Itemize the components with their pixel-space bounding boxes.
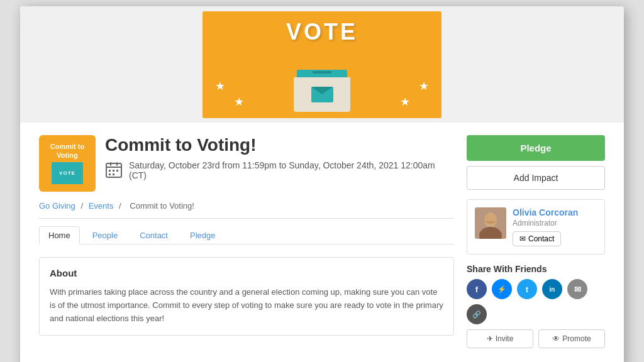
envelope-icon: ✉ [519, 234, 526, 243]
tabs: Home People Contact Pledge [39, 226, 454, 244]
svg-rect-7 [109, 173, 111, 175]
share-facebook-button[interactable]: f [467, 279, 487, 299]
avatar-image [475, 207, 506, 239]
invite-label: Invite [496, 334, 514, 343]
svg-rect-3 [116, 162, 118, 166]
organizer-role: Administrator [513, 219, 597, 228]
hero-image: VOTE ★ ★ ★ ★ [203, 11, 441, 118]
svg-rect-1 [106, 167, 121, 168]
thumbnail-title: Commit to Voting [44, 143, 91, 159]
sidebar: Pledge Add Impact O [467, 135, 605, 358]
organizer-card: Olivia Corcoran Administrator ✉ Contact [467, 199, 605, 255]
share-title: Share With Friends [467, 264, 605, 274]
svg-rect-8 [113, 173, 114, 175]
share-section: Share With Friends f ⚡ t in ✉ 🔗 ✈ Invite… [467, 264, 605, 348]
event-datetime: Saturday, October 23rd from 11:59pm to S… [105, 160, 454, 180]
event-title: Commit to Voting! [105, 135, 454, 155]
event-header: Commit to Voting VOTE Commit to Voting! [39, 135, 454, 192]
star-3: ★ [419, 79, 429, 93]
event-thumbnail: Commit to Voting VOTE [39, 135, 96, 192]
main-content: Commit to Voting VOTE Commit to Voting! [39, 135, 454, 358]
content-area: Commit to Voting VOTE Commit to Voting! [20, 123, 624, 362]
share-linkedin-button[interactable]: in [542, 279, 562, 299]
tab-home[interactable]: Home [39, 226, 80, 244]
breadcrumb-events[interactable]: Events [89, 201, 114, 211]
event-datetime-text: Saturday, October 23rd from 11:59pm to S… [129, 160, 454, 180]
share-link-button[interactable]: 🔗 [467, 304, 487, 324]
svg-rect-6 [116, 170, 118, 172]
ballot-slot [297, 70, 347, 77]
breadcrumb-go-giving[interactable]: Go Giving [39, 201, 75, 211]
thumbnail-mini-text: VOTE [59, 170, 75, 176]
svg-rect-2 [110, 162, 111, 166]
organizer-avatar [475, 207, 506, 239]
share-email-button[interactable]: ✉ [567, 279, 587, 299]
organizer-name: Olivia Corcoran [513, 207, 597, 217]
tab-contact[interactable]: Contact [130, 226, 177, 244]
add-impact-button[interactable]: Add Impact [467, 166, 605, 190]
contact-button[interactable]: ✉ Contact [513, 231, 561, 246]
thumbnail-mini: VOTE [52, 162, 83, 184]
hero-banner: VOTE ★ ★ ★ ★ [20, 6, 624, 123]
page-wrapper: VOTE ★ ★ ★ ★ Commit to Voting [20, 6, 624, 362]
breadcrumb: Go Giving / Events / Commit to Voting! [39, 201, 454, 219]
pledge-button[interactable]: Pledge [467, 135, 605, 161]
star-4: ★ [400, 95, 410, 109]
breadcrumb-current: Commit to Voting! [130, 201, 194, 211]
ballot-envelope [311, 87, 333, 102]
calendar-icon [105, 161, 123, 178]
about-title: About [50, 268, 443, 278]
invite-button[interactable]: ✈ Invite [467, 329, 533, 348]
share-twitter-button[interactable]: t [517, 279, 537, 299]
contact-label: Contact [528, 234, 554, 243]
invite-icon: ✈ [487, 334, 493, 343]
about-section: About With primaries taking place across… [39, 257, 454, 336]
svg-rect-4 [109, 170, 111, 172]
promote-label: Promote [562, 334, 591, 343]
star-2: ★ [234, 95, 244, 109]
breadcrumb-sep1: / [80, 201, 83, 211]
tab-pledge[interactable]: Pledge [180, 226, 225, 244]
event-info: Commit to Voting! [105, 135, 454, 180]
promote-button[interactable]: 👁 Promote [538, 329, 605, 348]
breadcrumb-sep2: / [119, 201, 121, 211]
share-messenger-button[interactable]: ⚡ [492, 279, 512, 299]
promote-icon: 👁 [552, 334, 560, 343]
organizer-info: Olivia Corcoran Administrator ✉ Contact [513, 207, 597, 246]
star-1: ★ [215, 79, 225, 93]
action-buttons: ✈ Invite 👁 Promote [467, 329, 605, 348]
ballot-box [294, 70, 350, 112]
svg-rect-5 [113, 170, 114, 172]
about-text: With primaries taking place across the c… [50, 286, 443, 325]
ballot-body [294, 77, 350, 112]
share-icons: f ⚡ t in ✉ 🔗 [467, 279, 605, 324]
tab-people[interactable]: People [83, 226, 127, 244]
